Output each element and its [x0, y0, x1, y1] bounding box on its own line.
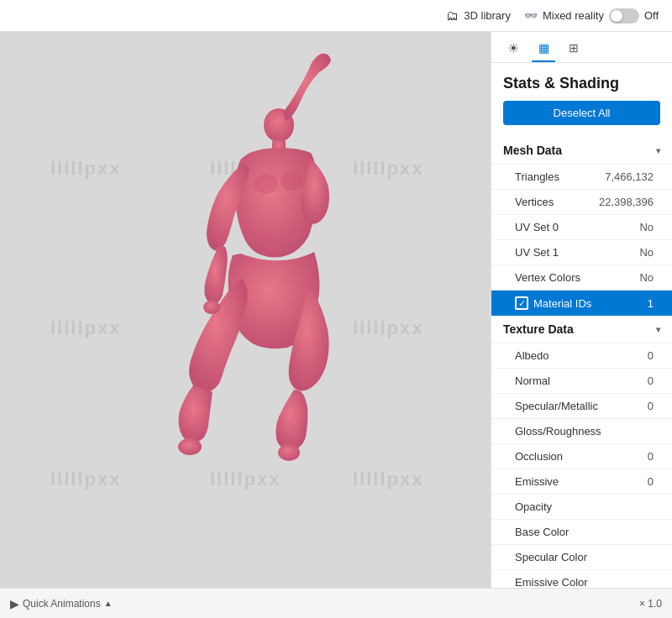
animations-icon: ▶ — [10, 597, 19, 610]
mixed-reality-toggle[interactable] — [609, 8, 639, 24]
checkbox-icon: ✓ — [515, 296, 528, 310]
library-label: 3D library — [464, 9, 511, 22]
mixed-reality-icon: 👓 — [524, 9, 538, 22]
row-value: 0 — [648, 400, 654, 412]
texture-data-row[interactable]: Opacity — [491, 494, 672, 519]
texture-data-row[interactable]: Occlusion 0 — [491, 443, 672, 469]
row-label: Emissive Color — [515, 576, 588, 588]
row-value: 0 — [648, 450, 654, 463]
row-value: 1 — [648, 297, 654, 310]
animations-chevron-icon: ▲ — [104, 599, 113, 608]
tab-grid[interactable]: ⊞ — [562, 39, 585, 62]
animations-label: Quick Animations — [23, 598, 101, 610]
right-panel: ☀ ▦ ⊞ Stats & Shading Deselect All Mesh … — [491, 32, 672, 588]
mesh-data-rows: Triangles 7,466,132 Vertices 22,398,396 … — [491, 164, 672, 316]
toggle-knob — [611, 10, 622, 22]
row-value: No — [639, 271, 654, 284]
row-label: Emissive — [515, 475, 559, 488]
row-label-with-checkbox: ✓ Material IDs — [515, 296, 591, 310]
svg-point-2 — [255, 174, 278, 194]
row-label: Material IDs — [533, 297, 591, 310]
zoom-label: × 1.0 — [639, 598, 662, 610]
mesh-data-row[interactable]: Vertices 22,398,396 — [491, 189, 672, 214]
texture-data-rows: Albedo 0 Normal 0 Specular/Metallic 0 Gl… — [491, 343, 672, 588]
texture-data-row[interactable]: Base Color — [491, 519, 672, 544]
row-value: 7,466,132 — [605, 170, 654, 183]
top-bar: 🗂 3D library 👓 Mixed reality Off — [0, 0, 672, 32]
mesh-data-label: Mesh Data — [503, 144, 562, 157]
svg-point-3 — [281, 172, 302, 191]
row-label: Gloss/Roughness — [515, 425, 601, 437]
mesh-data-row[interactable]: Triangles 7,466,132 — [491, 164, 672, 189]
texture-data-row[interactable]: Specular Color — [491, 544, 672, 569]
row-label: Opacity — [515, 500, 552, 513]
svg-point-6 — [203, 301, 220, 314]
row-label: Vertex Colors — [515, 271, 580, 284]
texture-data-row[interactable]: Gloss/Roughness — [491, 418, 672, 443]
row-label: Vertices — [515, 196, 554, 208]
row-value: 0 — [648, 475, 654, 488]
row-label: UV Set 1 — [515, 246, 559, 259]
mesh-data-section-header[interactable]: Mesh Data ▾ — [491, 137, 672, 164]
texture-data-section-header[interactable]: Texture Data ▾ — [491, 316, 672, 343]
row-label: Base Color — [515, 526, 569, 538]
mesh-data-row[interactable]: UV Set 1 No — [491, 239, 672, 264]
texture-data-row[interactable]: Normal 0 — [491, 368, 672, 393]
library-icon: 🗂 — [446, 8, 459, 23]
row-label: UV Set 0 — [515, 221, 559, 233]
row-value: No — [639, 246, 654, 259]
texture-data-label: Texture Data — [503, 322, 574, 336]
toggle-state-label: Off — [644, 9, 659, 22]
texture-data-row[interactable]: Specular/Metallic 0 — [491, 393, 672, 418]
main-area: lllllpxx lllllpxx lllllpxx lllllpxx llll… — [0, 32, 672, 588]
row-value: 0 — [648, 349, 654, 362]
row-value: No — [639, 221, 654, 233]
deselect-all-button[interactable]: Deselect All — [503, 101, 660, 125]
tab-stats[interactable]: ▦ — [532, 39, 555, 62]
panel-title: Stats & Shading — [491, 63, 672, 101]
bottom-bar: ▶ Quick Animations ▲ × 1.0 — [0, 588, 672, 618]
panel-content: Stats & Shading Deselect All Mesh Data ▾… — [491, 63, 672, 588]
panel-tabs: ☀ ▦ ⊞ — [491, 32, 672, 63]
svg-point-4 — [178, 438, 202, 455]
mesh-data-row[interactable]: UV Set 0 No — [491, 214, 672, 239]
row-value: 0 — [648, 374, 654, 387]
row-label: Specular/Metallic — [515, 400, 598, 412]
3d-figure — [94, 45, 396, 574]
mixed-reality-label: Mixed reality — [543, 9, 604, 22]
row-label: Albedo — [515, 349, 549, 362]
mesh-data-row[interactable]: Vertex Colors No — [491, 264, 672, 290]
texture-data-row[interactable]: Albedo 0 — [491, 343, 672, 368]
row-value: 22,398,396 — [599, 196, 654, 208]
viewport[interactable]: lllllpxx lllllpxx lllllpxx lllllpxx llll… — [0, 32, 491, 588]
texture-data-row[interactable]: Emissive 0 — [491, 469, 672, 494]
row-label: Specular Color — [515, 551, 587, 563]
svg-point-5 — [278, 444, 300, 461]
mesh-data-chevron: ▾ — [656, 146, 660, 155]
tab-shading[interactable]: ☀ — [501, 39, 525, 62]
mesh-data-row[interactable]: ✓ Material IDs 1 — [491, 290, 672, 316]
quick-animations-button[interactable]: ▶ Quick Animations ▲ — [10, 597, 113, 610]
row-label: Normal — [515, 374, 550, 387]
mixed-reality-button[interactable]: 👓 Mixed reality Off — [524, 8, 659, 24]
texture-data-chevron: ▾ — [656, 325, 660, 334]
row-label: Occlusion — [515, 450, 563, 463]
row-label: Triangles — [515, 170, 559, 183]
texture-data-row[interactable]: Emissive Color — [491, 569, 672, 588]
library-button[interactable]: 🗂 3D library — [446, 8, 511, 23]
